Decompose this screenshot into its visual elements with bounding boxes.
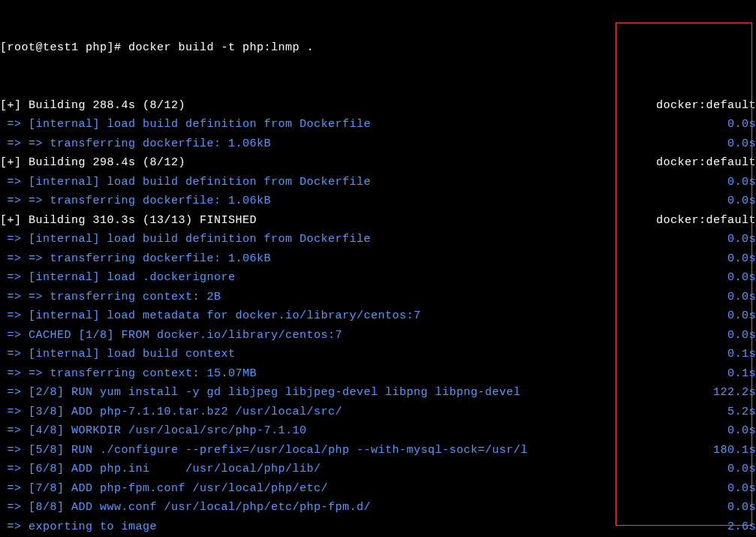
output-text-left: => [7/8] ADD php-fpm.conf /usr/local/php… (0, 479, 328, 499)
output-text-right: 0.0s (727, 288, 756, 307)
output-text-right: 0.0s (727, 192, 756, 211)
output-text-right: 2.6s (727, 517, 756, 537)
output-text-right: 0.0s (727, 230, 756, 249)
output-line: => [4/8] WORKDIR /usr/local/src/php-7.1.… (0, 421, 756, 441)
output-line: => => transferring dockerfile: 1.06kB0.0… (0, 249, 756, 269)
output-text-left: => [8/8] ADD www.conf /usr/local/php/etc… (0, 498, 371, 517)
output-text-left: [+] Building 288.4s (8/12) (0, 96, 185, 116)
output-text-left: => [internal] load build definition from… (0, 230, 371, 249)
output-text-right: 122.2s (713, 383, 756, 403)
output-line: => [5/8] RUN ./configure --prefix=/usr/l… (0, 441, 756, 460)
output-text-right: 0.0s (727, 173, 756, 192)
output-line: => [6/8] ADD php.ini /usr/local/php/lib/… (0, 460, 756, 479)
output-text-right: 180.1s (713, 441, 756, 460)
output-line: => => transferring dockerfile: 1.06kB0.0… (0, 192, 756, 211)
output-text-left: => => transferring dockerfile: 1.06kB (0, 192, 271, 211)
output-line: => [internal] load build definition from… (0, 230, 756, 249)
output-text-right: 0.0s (727, 479, 756, 499)
output-line: => => transferring dockerfile: 1.06kB0.0… (0, 134, 756, 154)
output-text-right: docker:default (656, 153, 756, 173)
output-text-left: => => transferring dockerfile: 1.06kB (0, 134, 271, 154)
output-text-left: => exporting to image (0, 517, 157, 537)
output-text-left: [+] Building 310.3s (13/13) FINISHED (0, 211, 257, 231)
output-text-right: 0.0s (727, 249, 756, 269)
output-text-right: docker:default (656, 211, 756, 231)
output-text-right: docker:default (656, 96, 756, 116)
output-line: => => transferring context: 15.07MB0.1s (0, 364, 756, 384)
command-text: [root@test1 php]# docker build -t php:ln… (0, 38, 314, 58)
output-line: => [internal] load build definition from… (0, 173, 756, 192)
output-text-left: => [6/8] ADD php.ini /usr/local/php/lib/ (0, 460, 321, 479)
output-text-left: => [internal] load build definition from… (0, 115, 371, 134)
output-line: => [internal] load metadata for docker.i… (0, 306, 756, 326)
output-text-right: 5.2s (727, 403, 756, 422)
output-line: [+] Building 288.4s (8/12)docker:default (0, 96, 756, 116)
output-text-left: => [3/8] ADD php-7.1.10.tar.bz2 /usr/loc… (0, 403, 342, 422)
command-prompt-line: [root@test1 php]# docker build -t php:ln… (0, 38, 756, 58)
output-text-left: => [4/8] WORKDIR /usr/local/src/php-7.1.… (0, 421, 307, 441)
output-text-left: => => transferring context: 2B (0, 288, 221, 307)
output-text-right: 0.1s (727, 364, 756, 384)
output-text-right: 0.0s (727, 460, 756, 479)
output-text-right: 0.0s (727, 498, 756, 517)
output-text-left: => [2/8] RUN yum install -y gd libjpeg l… (0, 383, 521, 403)
output-text-left: => [internal] load metadata for docker.i… (0, 306, 421, 326)
output-text-right: 0.0s (727, 115, 756, 134)
output-line: => [internal] load .dockerignore0.0s (0, 268, 756, 288)
terminal-output[interactable]: [root@test1 php]# docker build -t php:ln… (0, 0, 756, 537)
output-line: => exporting to image2.6s (0, 517, 756, 537)
output-text-left: [+] Building 298.4s (8/12) (0, 153, 185, 173)
output-line: => [8/8] ADD www.conf /usr/local/php/etc… (0, 498, 756, 517)
output-text-left: => [internal] load .dockerignore (0, 268, 236, 288)
output-line: => [internal] load build definition from… (0, 115, 756, 134)
output-line: => [3/8] ADD php-7.1.10.tar.bz2 /usr/loc… (0, 403, 756, 422)
output-line: => [7/8] ADD php-fpm.conf /usr/local/php… (0, 479, 756, 499)
output-text-right: 0.0s (727, 421, 756, 441)
output-line: => CACHED [1/8] FROM docker.io/library/c… (0, 326, 756, 345)
output-text-left: => => transferring context: 15.07MB (0, 364, 257, 384)
output-text-left: => [internal] load build definition from… (0, 173, 371, 192)
output-text-left: => => transferring dockerfile: 1.06kB (0, 249, 271, 269)
output-text-right: 0.0s (727, 326, 756, 345)
output-line: [+] Building 310.3s (13/13) FINISHEDdock… (0, 211, 756, 231)
output-line: => [internal] load build context0.1s (0, 345, 756, 364)
output-line: => [2/8] RUN yum install -y gd libjpeg l… (0, 383, 756, 403)
output-text-right: 0.1s (727, 345, 756, 364)
output-text-right: 0.0s (727, 268, 756, 288)
output-text-left: => [internal] load build context (0, 345, 236, 364)
output-text-right: 0.0s (727, 306, 756, 326)
output-line: [+] Building 298.4s (8/12)docker:default (0, 153, 756, 173)
output-text-left: => [5/8] RUN ./configure --prefix=/usr/l… (0, 441, 528, 460)
output-text-right: 0.0s (727, 134, 756, 154)
output-line: => => transferring context: 2B0.0s (0, 288, 756, 307)
output-text-left: => CACHED [1/8] FROM docker.io/library/c… (0, 326, 342, 345)
